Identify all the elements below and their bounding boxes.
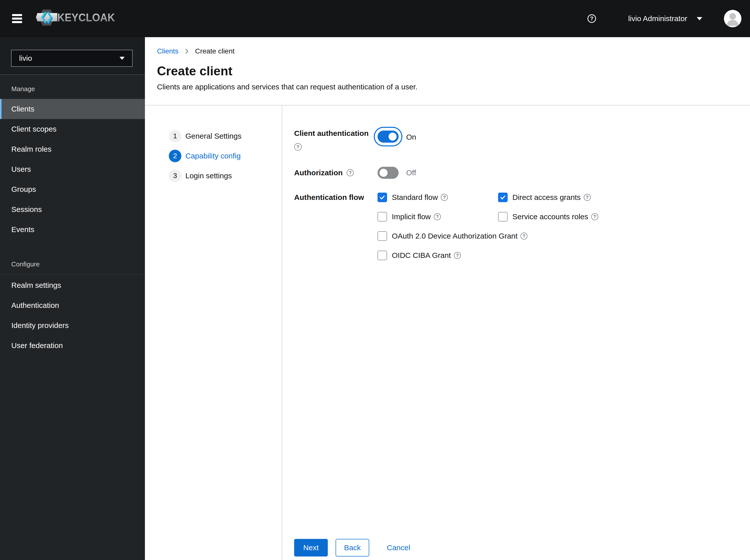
- keycloak-logo: KEYCLOAK: [39, 9, 119, 26]
- user-menu[interactable]: livio Administrator: [628, 14, 702, 23]
- sidebar-item-sessions[interactable]: Sessions: [0, 199, 145, 219]
- wizard-divider: [282, 105, 282, 560]
- sidebar-item-events[interactable]: Events: [0, 219, 145, 240]
- sidebar-item-realm-roles[interactable]: Realm roles: [0, 139, 145, 159]
- wizard-footer: Next Back Cancel: [294, 539, 412, 557]
- sidebar-nav: Manage Clients Client scopes Realm roles…: [0, 85, 145, 356]
- step-number: 3: [169, 169, 181, 182]
- realm-selector-block: livio: [0, 37, 145, 75]
- client-authentication-row: Client authentication ? On: [294, 128, 750, 151]
- breadcrumb-chevron-icon: [185, 48, 189, 54]
- cancel-button[interactable]: Cancel: [385, 539, 412, 557]
- page-subtitle: Clients are applications and services th…: [157, 82, 417, 92]
- sidebar-item-groups[interactable]: Groups: [0, 179, 145, 199]
- page-title: Create client: [157, 64, 232, 78]
- sidebar-divider: [0, 275, 145, 275]
- authorization-help-icon[interactable]: ?: [347, 169, 354, 176]
- authentication-flow-row: Authentication flow Standard flow ?: [294, 193, 750, 260]
- masthead: KEYCLOAK ? livio Administrator: [0, 0, 750, 37]
- oauth-device-grant-help-icon[interactable]: ?: [520, 233, 528, 240]
- client-authentication-label: Client authentication: [294, 128, 377, 138]
- sidebar-item-identity-providers[interactable]: Identity providers: [0, 315, 145, 336]
- checkbox-unchecked-icon: [377, 212, 387, 221]
- direct-access-grants-help-icon[interactable]: ?: [584, 194, 591, 201]
- authentication-flow-options: Standard flow ? Direct access grants ? I…: [377, 193, 598, 260]
- realm-name: livio: [19, 54, 32, 62]
- back-button[interactable]: Back: [336, 539, 369, 557]
- realm-caret-icon: [120, 57, 124, 60]
- help-icon[interactable]: ?: [588, 14, 596, 23]
- oidc-ciba-grant-help-icon[interactable]: ?: [454, 252, 461, 259]
- authorization-toggle[interactable]: [377, 167, 399, 179]
- authorization-state: Off: [406, 168, 416, 177]
- checkbox-checked-icon: [498, 193, 508, 202]
- sidebar-item-clients[interactable]: Clients: [0, 99, 145, 119]
- implicit-flow-help-icon[interactable]: ?: [434, 213, 441, 220]
- realm-selector[interactable]: livio: [11, 50, 133, 67]
- manage-nav-list: Clients Client scopes Realm roles Users …: [0, 99, 145, 240]
- breadcrumb-clients-link[interactable]: Clients: [157, 47, 179, 55]
- sidebar-item-authentication[interactable]: Authentication: [0, 295, 145, 315]
- checkbox-oidc-ciba-grant[interactable]: OIDC CIBA Grant ?: [377, 251, 498, 260]
- configure-nav-list: Realm settings Authentication Identity p…: [0, 275, 145, 356]
- chevron-down-icon: [697, 17, 702, 20]
- wizard-step-general-settings[interactable]: 1 General Settings: [169, 130, 241, 142]
- avatar[interactable]: [724, 10, 742, 27]
- nav-section-configure: Configure: [11, 260, 145, 268]
- nav-section-manage: Manage: [11, 85, 145, 93]
- sidebar-item-user-federation[interactable]: User federation: [0, 336, 145, 356]
- avatar-icon: [724, 10, 742, 27]
- checkbox-checked-icon: [377, 193, 387, 202]
- checkbox-unchecked-icon: [498, 212, 508, 221]
- main-content: Clients Create client Create client Clie…: [145, 37, 750, 560]
- sidebar: livio Manage Clients Client scopes Realm…: [0, 37, 145, 560]
- header-toolbar: ? livio Administrator: [588, 0, 750, 37]
- client-authentication-state: On: [406, 133, 416, 141]
- next-button[interactable]: Next: [294, 539, 328, 557]
- sidebar-item-users[interactable]: Users: [0, 159, 145, 179]
- brand-name: KEYCLOAK: [57, 11, 115, 24]
- checkbox-direct-access-grants[interactable]: Direct access grants ?: [498, 193, 598, 202]
- checkbox-standard-flow[interactable]: Standard flow ?: [377, 193, 498, 202]
- authentication-flow-label: Authentication flow: [294, 193, 377, 202]
- capability-config-form: Client authentication ? On Authorization…: [294, 105, 750, 560]
- keycloak-logo-icon: [39, 9, 55, 26]
- step-number: 1: [169, 130, 181, 142]
- breadcrumb: Clients Create client: [157, 47, 235, 55]
- authorization-label: Authorization: [294, 168, 342, 178]
- wizard-step-capability-config[interactable]: 2 Capability config: [169, 150, 241, 162]
- checkbox-unchecked-icon: [377, 251, 387, 260]
- step-number: 2: [169, 150, 181, 162]
- sidebar-item-realm-settings[interactable]: Realm settings: [0, 275, 145, 295]
- checkbox-implicit-flow[interactable]: Implicit flow ?: [377, 212, 498, 221]
- keycloak-admin-console: KEYCLOAK ? livio Administrator livio: [0, 0, 750, 560]
- breadcrumb-current: Create client: [195, 47, 235, 55]
- user-name: livio Administrator: [628, 14, 687, 23]
- nav-toggle-icon[interactable]: [12, 14, 22, 23]
- checkbox-unchecked-icon: [377, 231, 387, 241]
- checkbox-service-accounts-roles[interactable]: Service accounts roles ?: [498, 212, 598, 221]
- standard-flow-help-icon[interactable]: ?: [441, 194, 448, 201]
- service-accounts-roles-help-icon[interactable]: ?: [591, 213, 598, 220]
- client-authentication-toggle[interactable]: [377, 131, 399, 143]
- checkbox-oauth-device-grant[interactable]: OAuth 2.0 Device Authorization Grant ?: [377, 231, 498, 241]
- client-authentication-help-icon[interactable]: ?: [294, 143, 302, 151]
- authorization-row: Authorization ? Off: [294, 167, 750, 179]
- wizard-step-login-settings[interactable]: 3 Login settings: [169, 169, 232, 182]
- sidebar-item-client-scopes[interactable]: Client scopes: [0, 119, 145, 139]
